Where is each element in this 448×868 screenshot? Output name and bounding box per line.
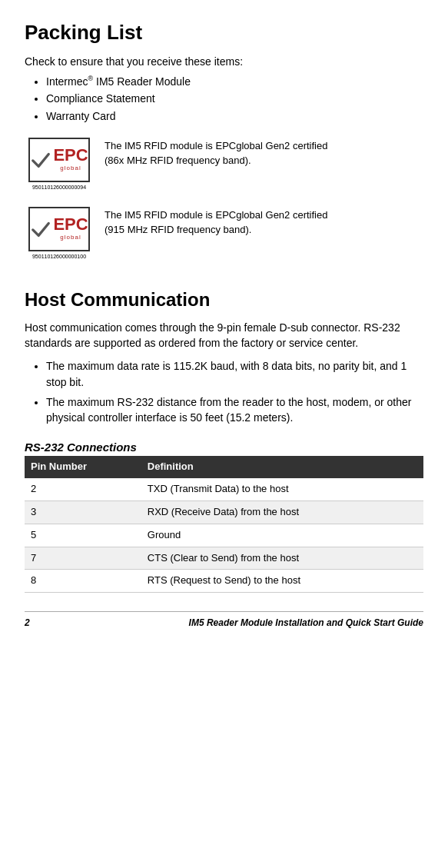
barcode-number-1: 950110126000000094	[32, 184, 86, 191]
list-item: Intermec® IM5 Reader Module	[46, 74, 423, 89]
host-communication-heading: Host Communication	[25, 287, 423, 314]
footer-title: IM5 Reader Module Installation and Quick…	[189, 617, 423, 630]
packing-list: Intermec® IM5 Reader Module Compliance S…	[25, 74, 423, 124]
cert-image-2: EPC global 950110126000000100	[25, 207, 94, 262]
list-item: Warranty Card	[46, 108, 423, 124]
epc-logo-box-1: EPC global	[28, 138, 90, 182]
cert-text-2: The IM5 RFID module is EPCglobal Gen2 ce…	[105, 207, 327, 238]
list-item: Compliance Statement	[46, 91, 423, 106]
table-cell: TXD (Transmit Data) to the host	[141, 478, 423, 501]
checkmark-icon	[30, 149, 51, 171]
table-cell: 8	[25, 570, 141, 593]
packing-list-heading: Packing List	[25, 18, 423, 48]
host-comm-intro: Host communication comes through the 9-p…	[25, 320, 423, 351]
barcode-number-2: 950110126000000100	[32, 253, 86, 261]
rs232-section: RS-232 Connections Pin Number Definition…	[25, 439, 423, 593]
host-comm-bullets: The maximum data rate is 115.2K baud, wi…	[25, 358, 423, 425]
table-cell: 5	[25, 524, 141, 547]
cert-block-1: EPC global 950110126000000094 The IM5 RF…	[25, 138, 423, 193]
epc-logo-box-2: EPC global	[28, 207, 90, 251]
list-item: The maximum RS-232 distance from the rea…	[46, 394, 423, 426]
page-footer: 2 IM5 Reader Module Installation and Qui…	[25, 611, 423, 630]
table-header-row: Pin Number Definition	[25, 456, 423, 478]
checkmark-icon-2	[30, 218, 51, 240]
table-header-definition: Definition	[141, 456, 423, 478]
table-cell: 2	[25, 478, 141, 501]
table-cell: RXD (Receive Data) from the host	[141, 501, 423, 524]
table-row: 8RTS (Request to Send) to the host	[25, 570, 423, 593]
packing-list-intro: Check to ensure that you receive these i…	[25, 54, 423, 69]
epc-text-2: EPC global	[53, 216, 88, 242]
table-cell: 3	[25, 501, 141, 524]
rs232-title: RS-232 Connections	[25, 439, 423, 456]
host-communication-section: Host Communication Host communication co…	[25, 287, 423, 426]
table-row: 5Ground	[25, 524, 423, 547]
table-cell: CTS (Clear to Send) from the host	[141, 547, 423, 570]
table-cell: RTS (Request to Send) to the host	[141, 570, 423, 593]
table-cell: 7	[25, 547, 141, 570]
epc-text: EPC global	[53, 147, 88, 173]
table-cell: Ground	[141, 524, 423, 547]
table-row: 2TXD (Transmit Data) to the host	[25, 478, 423, 501]
cert-text-1: The IM5 RFID module is EPCglobal Gen2 ce…	[105, 138, 327, 168]
list-item: The maximum data rate is 115.2K baud, wi…	[46, 358, 423, 390]
table-row: 7CTS (Clear to Send) from the host	[25, 547, 423, 570]
table-header-pin: Pin Number	[25, 456, 141, 478]
cert-block-2: EPC global 950110126000000100 The IM5 RF…	[25, 207, 423, 262]
page-number: 2	[25, 617, 30, 630]
cert-image-1: EPC global 950110126000000094	[25, 138, 94, 193]
table-row: 3RXD (Receive Data) from the host	[25, 501, 423, 524]
rs232-table: Pin Number Definition 2TXD (Transmit Dat…	[25, 456, 423, 593]
